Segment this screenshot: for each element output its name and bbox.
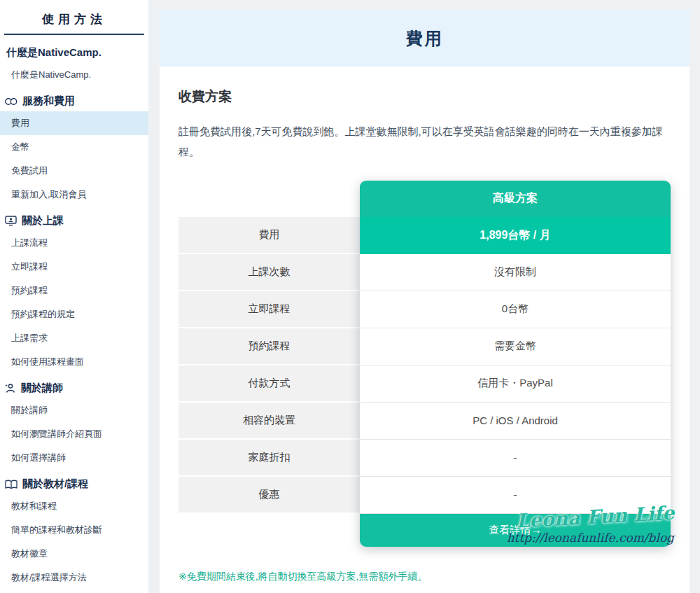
row-label-promotions: 優惠 — [178, 477, 360, 512]
card-body: 收費方案 註冊免費試用後,7天可免費說到飽。上課堂數無限制,可以在享受英語會話樂… — [160, 67, 690, 583]
sidebar-item-material-selection[interactable]: 教材/課程選擇方法 — [0, 566, 148, 589]
pricing-label-column: 費用 上課次數 立即課程 預約課程 付款方式 相容的裝置 家庭折扣 優惠 — [178, 217, 360, 514]
textbook-icon — [5, 480, 18, 489]
sidebar-item-lesson-flow[interactable]: 上課流程 — [0, 231, 148, 255]
coins-icon — [5, 97, 18, 106]
plan-value-devices: PC / iOS / Android — [360, 403, 671, 440]
sidebar-item-lesson-requests[interactable]: 上課需求 — [0, 326, 148, 350]
sidebar-item-instant-lesson[interactable]: 立即課程 — [0, 255, 148, 279]
plan-value-promotions: - — [360, 477, 671, 514]
main-content: 費用 收費方案 註冊免費試用後,7天可免費說到飽。上課堂數無限制,可以在享受英語… — [160, 11, 690, 593]
view-details-button[interactable]: 查看詳情→ — [360, 514, 671, 547]
row-label-devices: 相容的裝置 — [178, 403, 360, 438]
row-label-lesson-count: 上課次數 — [178, 254, 360, 290]
sidebar-section-label: 關於講師 — [21, 382, 63, 395]
sidebar-item-materials-and-courses[interactable]: 教材和課程 — [0, 494, 148, 518]
sidebar-item-what-is-nativecamp[interactable]: 什麼是NativeCamp. — [0, 63, 148, 87]
plan-value-lesson-count: 沒有限制 — [360, 254, 671, 291]
page-banner: 費用 — [160, 11, 690, 67]
sidebar-item-about-instructors[interactable]: 關於講師 — [0, 398, 148, 422]
plan-value-reserved-lesson: 需要金幣 — [360, 328, 671, 365]
plan-name: 高級方案 — [360, 181, 671, 217]
instructor-icon — [5, 383, 16, 393]
sidebar-section-label: 服務和費用 — [22, 95, 75, 108]
sidebar-item-reserved-lesson[interactable]: 預約課程 — [0, 279, 148, 302]
plan-value-instant-lesson: 0台幣 — [360, 291, 671, 328]
help-page: 使用方法 什麼是NativeCamp. 什麼是NativeCamp. 服務和費用… — [0, 0, 700, 593]
sidebar-item-browse-instructor-pages[interactable]: 如何瀏覽講師介紹頁面 — [0, 422, 148, 446]
sidebar-section-materials-courses[interactable]: 關於教材/課程 — [0, 470, 148, 494]
sidebar-item-coins[interactable]: 金幣 — [0, 135, 148, 159]
row-label-family-discount: 家庭折扣 — [178, 440, 360, 475]
sidebar-item-material-badges[interactable]: 教材徽章 — [0, 542, 148, 566]
page-title: 費用 — [406, 27, 444, 50]
sidebar-section-about-instructors[interactable]: 關於講師 — [0, 374, 148, 398]
section-title: 收費方案 — [178, 88, 671, 106]
sidebar-item-reservation-rules[interactable]: 預約課程的規定 — [0, 302, 148, 326]
row-label-fee: 費用 — [178, 217, 360, 253]
sidebar-section-label: 關於教材/課程 — [22, 477, 88, 491]
row-label-instant-lesson: 立即課程 — [178, 291, 360, 327]
row-label-reserved-lesson: 預約課程 — [178, 328, 360, 364]
auto-switch-note: ※免費期間結束後,將自動切換至高級方案,無需額外手續。 — [178, 571, 671, 583]
sidebar-section-services-fees[interactable]: 服務和費用 — [0, 87, 148, 111]
sidebar-item-choose-instructor[interactable]: 如何選擇講師 — [0, 446, 148, 470]
sidebar-item-free-trial[interactable]: 免費試用 — [0, 159, 148, 183]
sidebar-section-label: 關於上課 — [22, 214, 64, 228]
sidebar-item-fees[interactable]: 費用 — [0, 111, 148, 135]
plan-value-payment-method: 信用卡・PayPal — [360, 365, 671, 403]
sidebar-title: 使用方法 — [4, 11, 144, 35]
intro-text: 註冊免費試用後,7天可免費說到飽。上課堂數無限制,可以在享受英語會話樂趣的同時在… — [178, 121, 672, 162]
sidebar-item-lesson-screen[interactable]: 如何使用課程畫面 — [0, 350, 148, 374]
row-label-payment-method: 付款方式 — [178, 365, 360, 401]
sidebar-section-about-lessons[interactable]: 關於上課 — [0, 207, 148, 231]
pricing-table: 費用 上課次數 立即課程 預約課程 付款方式 相容的裝置 家庭折扣 優惠 高級方… — [178, 181, 671, 547]
sidebar: 使用方法 什麼是NativeCamp. 什麼是NativeCamp. 服務和費用… — [0, 0, 148, 593]
monitor-icon — [5, 216, 17, 226]
sidebar-section-what-is-nativecamp[interactable]: 什麼是NativeCamp. — [0, 41, 148, 63]
sidebar-item-rejoin-cancel[interactable]: 重新加入,取消會員 — [0, 183, 148, 207]
sidebar-item-course-material-diagnosis[interactable]: 簡單的課程和教材診斷 — [0, 518, 148, 542]
premium-plan-card: 高級方案 1,899台幣 / 月 沒有限制 0台幣 需要金幣 信用卡・PayPa… — [360, 181, 671, 547]
plan-value-family-discount: - — [360, 440, 671, 477]
plan-value-fee: 1,899台幣 / 月 — [360, 217, 671, 254]
